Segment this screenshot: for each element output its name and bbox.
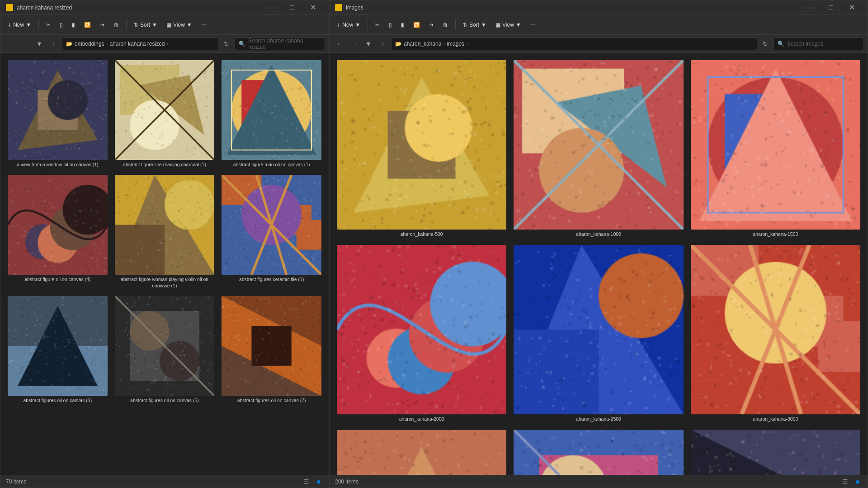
right-minimize-button[interactable]: — bbox=[800, 0, 821, 15]
left-view-button[interactable]: ▦ View ▼ bbox=[163, 20, 196, 30]
file-item[interactable]: aharon_kahana-1000 bbox=[512, 58, 685, 239]
right-close-button[interactable]: ✕ bbox=[841, 0, 862, 15]
file-item[interactable]: aharon_kahana-4000 bbox=[512, 428, 685, 475]
right-copy-button[interactable]: ▯ bbox=[385, 20, 396, 30]
file-thumbnail bbox=[514, 430, 683, 475]
file-label: aharon_kahana-500 bbox=[401, 231, 443, 238]
file-thumbnail bbox=[8, 60, 108, 160]
file-item[interactable]: abstract figure woman playing violin oil… bbox=[113, 173, 217, 291]
right-back-button[interactable]: ← bbox=[333, 38, 346, 50]
file-item[interactable]: abstract figures oil on canvas (7) bbox=[220, 294, 323, 405]
right-maximize-button[interactable]: □ bbox=[821, 0, 841, 15]
right-refresh-button[interactable]: ↻ bbox=[759, 38, 772, 50]
thumbnail-canvas bbox=[8, 175, 108, 275]
right-forward-button[interactable]: → bbox=[348, 38, 360, 50]
file-item[interactable]: abstract figures oil on canvas (3) bbox=[6, 294, 109, 405]
left-close-button[interactable]: ✕ bbox=[302, 0, 323, 15]
right-list-view-button[interactable]: ☰ bbox=[840, 477, 849, 486]
file-thumbnail bbox=[8, 296, 108, 396]
file-item[interactable]: abstract figures oil on canvas (5) bbox=[113, 294, 217, 405]
file-label: abstract figure man oil on canvas (1) bbox=[233, 162, 310, 168]
right-sort-label: Sort bbox=[469, 22, 479, 28]
right-window: images — □ ✕ + New ▼ ✂ ▯ ▮ 🔁 ➜ 🗑 ⇅ Sort … bbox=[329, 0, 868, 488]
right-more-button[interactable]: ⋯ bbox=[527, 20, 539, 30]
right-view-button[interactable]: ▦ View ▼ bbox=[492, 20, 525, 30]
file-label: aharon_kahana-2000 bbox=[399, 416, 444, 422]
right-paste-icon: ▮ bbox=[401, 22, 404, 28]
right-content-area[interactable]: aharon_kahana-500aharon_kahana-1000aharo… bbox=[330, 53, 868, 475]
file-item[interactable]: aharon_kahana-1500 bbox=[689, 58, 862, 239]
left-back-button[interactable]: ← bbox=[4, 38, 17, 50]
right-paste-button[interactable]: ▮ bbox=[397, 20, 408, 30]
right-cut-button[interactable]: ✂ bbox=[372, 20, 383, 30]
thumbnail-canvas bbox=[691, 430, 860, 475]
left-minimize-button[interactable]: — bbox=[261, 0, 282, 15]
right-share-button[interactable]: 🔁 bbox=[410, 20, 424, 30]
file-thumbnail bbox=[222, 175, 321, 275]
left-share-button[interactable]: 🔁 bbox=[80, 20, 94, 30]
left-dropdown-button[interactable]: ▼ bbox=[33, 38, 46, 50]
left-breadcrumb-sep: › bbox=[106, 41, 108, 47]
file-item[interactable]: abstract figure line drawing charcoal (1… bbox=[113, 58, 217, 169]
left-up-button[interactable]: ↑ bbox=[47, 38, 60, 50]
file-item[interactable]: abstract figure oil on canvas (4) bbox=[6, 173, 109, 291]
file-label: abstract figures oil on canvas (3) bbox=[23, 398, 92, 404]
thumbnail-canvas bbox=[115, 60, 215, 160]
file-item[interactable]: aharon_kahana-4500 bbox=[689, 428, 862, 475]
paste-icon: ▮ bbox=[72, 22, 75, 28]
file-item[interactable]: aharon_kahana-500 bbox=[335, 58, 508, 239]
left-more-button[interactable]: ⋯ bbox=[198, 20, 210, 30]
thumbnail-canvas bbox=[337, 430, 506, 475]
left-maximize-button[interactable]: □ bbox=[282, 0, 302, 15]
left-delete-button[interactable]: 🗑 bbox=[110, 20, 123, 30]
left-grid-view-button[interactable]: ■ bbox=[314, 477, 323, 486]
file-label: aharon_kahana-1000 bbox=[576, 231, 621, 238]
thumbnail-canvas bbox=[222, 175, 321, 275]
left-copy-button[interactable]: ▯ bbox=[56, 20, 66, 30]
left-breadcrumb[interactable]: 📂 embeddings › aharon kahana resized › bbox=[62, 38, 218, 50]
right-new-button[interactable]: + New ▼ bbox=[333, 19, 364, 30]
file-item[interactable]: abstract figure man oil on canvas (1) bbox=[220, 58, 323, 169]
thumbnail-canvas bbox=[691, 245, 860, 414]
left-breadcrumb-folder-icon: 📂 bbox=[66, 41, 73, 47]
file-thumbnail bbox=[115, 296, 215, 396]
right-sort-icon: ⇅ bbox=[463, 22, 467, 28]
more-icon: ⋯ bbox=[201, 22, 207, 28]
right-breadcrumb[interactable]: 📂 aharon_kahana › images › bbox=[391, 38, 757, 50]
file-item[interactable]: aharon_kahana-2500 bbox=[512, 243, 685, 424]
left-paste-button[interactable]: ▮ bbox=[68, 20, 79, 30]
right-view-chevron: ▼ bbox=[516, 22, 521, 28]
file-item[interactable]: aharon_kahana-3000 bbox=[689, 243, 862, 424]
left-search-placeholder: Search aharon kahana resized bbox=[248, 38, 321, 50]
left-breadcrumb-part2: aharon kahana resized bbox=[109, 41, 165, 47]
file-item[interactable]: aharon_kahana-2000 bbox=[335, 243, 508, 424]
file-item[interactable]: abstract figures ceramic tile (1) bbox=[220, 173, 323, 291]
right-delete-button[interactable]: 🗑 bbox=[439, 20, 452, 30]
right-search-box[interactable]: 🔍 Search images bbox=[774, 38, 864, 50]
right-up-button[interactable]: ↑ bbox=[377, 38, 389, 50]
left-content-area[interactable]: a view from a window oil on canvas (1)ab… bbox=[0, 53, 329, 475]
left-sort-button[interactable]: ⇅ Sort ▼ bbox=[130, 20, 161, 30]
file-label: abstract figures oil on canvas (5) bbox=[130, 398, 199, 404]
right-grid-view-button[interactable]: ■ bbox=[853, 477, 862, 486]
right-sort-button[interactable]: ⇅ Sort ▼ bbox=[459, 20, 490, 30]
left-cut-button[interactable]: ✂ bbox=[42, 20, 54, 30]
move-icon: ➜ bbox=[100, 22, 104, 28]
left-forward-button[interactable]: → bbox=[19, 38, 31, 50]
file-thumbnail bbox=[514, 245, 683, 414]
right-breadcrumb-part2: images bbox=[447, 41, 464, 47]
left-list-view-button[interactable]: ☰ bbox=[302, 477, 311, 486]
left-search-box[interactable]: 🔍 Search aharon kahana resized bbox=[235, 38, 325, 50]
right-window-title: images bbox=[346, 5, 796, 11]
right-move-button[interactable]: ➜ bbox=[425, 20, 437, 30]
left-refresh-button[interactable]: ↻ bbox=[220, 38, 233, 50]
file-item[interactable]: aharon_kahana-3500 bbox=[335, 428, 508, 475]
right-recent-button[interactable]: ▼ bbox=[362, 38, 375, 50]
left-move-button[interactable]: ➜ bbox=[96, 20, 108, 30]
right-status-bar: 200 items ☰ ■ bbox=[330, 475, 868, 488]
left-new-button[interactable]: + New ▼ bbox=[4, 19, 35, 30]
file-item[interactable]: a view from a window oil on canvas (1) bbox=[6, 58, 109, 169]
right-search-placeholder: Search images bbox=[787, 41, 823, 47]
right-toolbar-sep2 bbox=[455, 19, 456, 30]
file-thumbnail bbox=[691, 245, 860, 414]
